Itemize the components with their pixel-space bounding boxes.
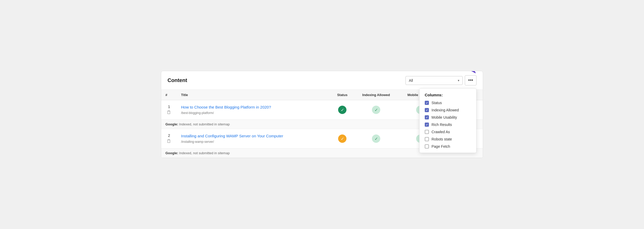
col-header-status: Status xyxy=(329,90,355,100)
col-header-hash: # xyxy=(161,90,177,100)
more-options-button[interactable]: ••• xyxy=(465,75,476,85)
title-link[interactable]: How to Choose the Best Blogging Platform… xyxy=(181,105,325,109)
column-label: Mobile Usability xyxy=(432,115,457,119)
checkbox-icon xyxy=(425,144,429,149)
checkbox-icon: ✓ xyxy=(425,101,429,105)
card-title: Content xyxy=(168,77,187,83)
column-label: Page Fetch xyxy=(432,144,450,149)
column-label: Indexing Allowed xyxy=(432,108,459,112)
indexing-check: ✓ xyxy=(372,106,380,114)
row-indexing-cell: ✓ xyxy=(355,100,397,120)
checkbox-icon: ✓ xyxy=(425,108,429,112)
row-status-cell: ✓ xyxy=(329,100,355,120)
filter-value: All xyxy=(409,78,413,83)
row-status-cell: ✓ xyxy=(329,129,355,149)
indexing-check: ✓ xyxy=(372,134,380,143)
google-label: Google: xyxy=(165,151,178,155)
row-number: 2 xyxy=(165,133,173,138)
checkbox-icon xyxy=(425,130,429,134)
filter-dropdown[interactable]: All ▾ xyxy=(405,76,463,85)
column-label: Robots state xyxy=(432,137,452,141)
column-label: Crawled As xyxy=(432,130,450,134)
column-item[interactable]: ✓Rich Results xyxy=(425,123,471,127)
checkbox-icon xyxy=(425,137,429,141)
document-icon: 🗒 xyxy=(165,110,173,115)
card-header: Content All ▾ ••• Colu xyxy=(161,71,483,90)
row-number: 1 xyxy=(165,104,173,109)
columns-list: ✓Status✓Indexing Allowed✓Mobile Usabilit… xyxy=(425,101,471,149)
column-label: Rich Results xyxy=(432,123,452,127)
row-number-cell: 1🗒 xyxy=(161,100,177,120)
title-link[interactable]: Installing and Configuring WAMP Server o… xyxy=(181,134,325,138)
row-number-cell: 2🗒 xyxy=(161,129,177,149)
checkbox-icon: ✓ xyxy=(425,123,429,127)
columns-panel: Columns: ✓Status✓Indexing Allowed✓Mobile… xyxy=(419,88,476,153)
col-header-indexing: Indexing Allowed xyxy=(355,90,397,100)
status-check-green: ✓ xyxy=(338,106,346,114)
row-indexing-cell: ✓ xyxy=(355,129,397,149)
column-item[interactable]: Robots state xyxy=(425,137,471,141)
status-check-orange: ✓ xyxy=(338,134,346,143)
column-item[interactable]: Crawled As xyxy=(425,130,471,134)
title-path: /installing-wamp-server/ xyxy=(181,140,214,144)
column-label: Status xyxy=(432,101,442,105)
header-controls: All ▾ ••• Columns: ✓Status✓Indexin xyxy=(405,75,476,85)
col-header-title: Title xyxy=(177,90,329,100)
column-item[interactable]: Page Fetch xyxy=(425,144,471,149)
chevron-down-icon: ▾ xyxy=(458,79,459,82)
row-title-cell: How to Choose the Best Blogging Platform… xyxy=(177,100,329,120)
title-path: /best-blogging-platform/ xyxy=(181,111,214,115)
checkbox-icon: ✓ xyxy=(425,115,429,119)
column-item[interactable]: ✓Status xyxy=(425,101,471,105)
document-icon: 🗒 xyxy=(165,139,173,144)
google-label: Google: xyxy=(165,122,178,126)
row-title-cell: Installing and Configuring WAMP Server o… xyxy=(177,129,329,149)
column-item[interactable]: ✓Indexing Allowed xyxy=(425,108,471,112)
content-card: Content All ▾ ••• Colu xyxy=(161,71,483,158)
columns-panel-title: Columns: xyxy=(425,93,471,97)
column-item[interactable]: ✓Mobile Usability xyxy=(425,115,471,119)
